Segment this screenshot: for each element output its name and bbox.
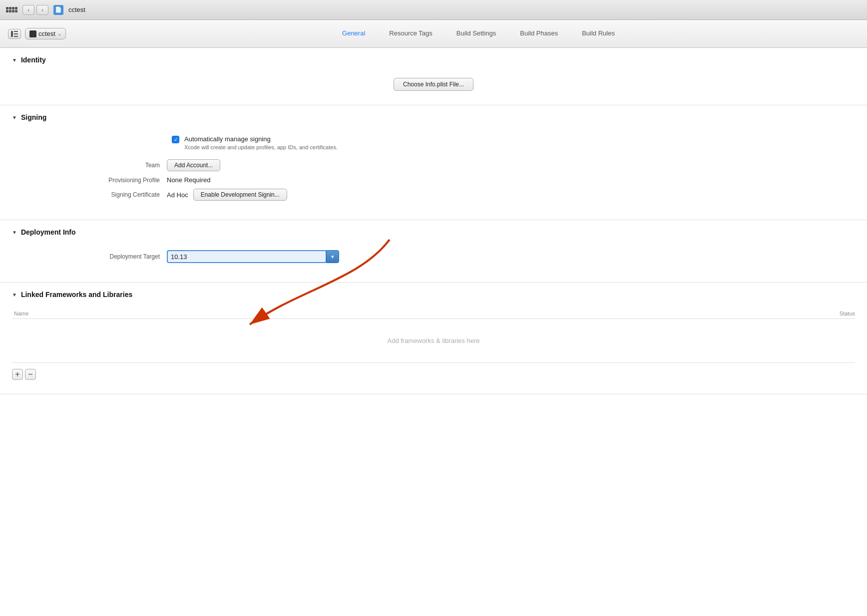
linked-frameworks-section-header: ▼ Linked Frameworks and Libraries: [0, 283, 867, 305]
toolbar: cctest ⌄ General Resource Tags Build Set…: [0, 20, 867, 48]
frameworks-divider: [12, 362, 855, 363]
project-name: cctest: [68, 6, 85, 13]
provisioning-label: Provisioning Profile: [12, 177, 167, 184]
identity-section-body: Choose Info.plist File...: [0, 70, 867, 105]
nav-buttons: ‹ ›: [22, 5, 48, 15]
tab-resource-tags[interactable]: Resource Tags: [377, 25, 444, 42]
auto-manage-checkbox[interactable]: ✓: [172, 136, 179, 143]
frameworks-name-column-header: Name: [12, 310, 795, 316]
signing-section: ▼ Signing ✓ Automatically manage signing…: [0, 105, 867, 220]
deployment-target-input[interactable]: [167, 250, 327, 263]
sidebar-toggle-button[interactable]: [8, 29, 21, 39]
add-account-button[interactable]: Add Account...: [167, 159, 220, 171]
deployment-target-dropdown-button[interactable]: ▾: [326, 250, 339, 263]
signing-section-body: ✓ Automatically manage signing Xcode wil…: [0, 127, 867, 220]
svg-rect-0: [11, 31, 13, 37]
identity-collapse-triangle[interactable]: ▼: [12, 57, 17, 63]
tab-general[interactable]: General: [330, 25, 377, 42]
target-selector[interactable]: cctest ⌄: [25, 28, 66, 39]
deployment-collapse-triangle[interactable]: ▼: [12, 230, 17, 235]
signing-section-title: Signing: [21, 113, 46, 121]
deployment-section-title: Deployment Info: [21, 228, 76, 236]
remove-framework-button[interactable]: −: [25, 369, 36, 380]
auto-manage-row: ✓ Automatically manage signing Xcode wil…: [12, 135, 855, 151]
auto-manage-description: Xcode will create and update profiles, a…: [184, 144, 338, 151]
signing-cert-row: Signing Certificate Ad Hoc Enable Develo…: [12, 189, 855, 201]
linked-frameworks-section-body: Name Status Add frameworks & libraries h…: [0, 305, 867, 394]
tab-build-settings[interactable]: Build Settings: [444, 25, 508, 42]
identity-section-title: Identity: [21, 56, 46, 64]
tab-build-phases[interactable]: Build Phases: [508, 25, 570, 42]
title-bar: ‹ › 📄 cctest: [0, 0, 867, 20]
add-framework-button[interactable]: +: [12, 369, 23, 380]
signing-cert-value: Ad Hoc: [167, 191, 188, 199]
nav-back-button[interactable]: ‹: [22, 5, 34, 15]
enable-dev-signing-button[interactable]: Enable Development Signin...: [193, 189, 287, 201]
project-icon: 📄: [53, 5, 63, 15]
deployment-target-label: Deployment Target: [12, 253, 167, 260]
auto-manage-text: Automatically manage signing Xcode will …: [184, 135, 338, 151]
frameworks-empty-placeholder: Add frameworks & libraries here: [12, 321, 855, 360]
linked-frameworks-section: ▼ Linked Frameworks and Libraries Name S…: [0, 283, 867, 394]
deployment-target-row: Deployment Target ▾: [12, 250, 855, 263]
grid-icon[interactable]: [6, 7, 17, 12]
choose-plist-button[interactable]: Choose Info.plist File...: [394, 78, 473, 91]
team-row: Team Add Account...: [12, 159, 855, 171]
linked-frameworks-section-title: Linked Frameworks and Libraries: [21, 291, 132, 299]
main-content: ▼ Identity Choose Info.plist File... ▼ S…: [0, 48, 867, 616]
identity-section: ▼ Identity Choose Info.plist File...: [0, 48, 867, 105]
svg-rect-2: [14, 33, 18, 34]
team-label: Team: [12, 162, 167, 169]
chevron-icon: ⌄: [57, 31, 61, 36]
signing-collapse-triangle[interactable]: ▼: [12, 115, 17, 120]
identity-section-header: ▼ Identity: [0, 48, 867, 70]
toolbar-left: cctest ⌄: [8, 28, 98, 39]
nav-forward-button[interactable]: ›: [36, 5, 48, 15]
tab-build-rules[interactable]: Build Rules: [570, 25, 627, 42]
provisioning-row: Provisioning Profile None Required: [12, 176, 855, 184]
provisioning-value: None Required: [167, 176, 210, 184]
linked-frameworks-collapse-triangle[interactable]: ▼: [12, 292, 17, 298]
signing-section-header: ▼ Signing: [0, 105, 867, 127]
target-icon: [29, 30, 36, 37]
frameworks-table-header: Name Status: [12, 308, 855, 319]
deployment-section-body: Deployment Target ▾: [0, 242, 867, 282]
deployment-info-section: ▼ Deployment Info Deployment Target ▾: [0, 220, 867, 283]
frameworks-status-column-header: Status: [795, 310, 855, 316]
frameworks-actions: + −: [12, 367, 855, 382]
deployment-target-select-wrapper: ▾: [167, 250, 339, 263]
signing-cert-label: Signing Certificate: [12, 191, 167, 198]
tabs-container: General Resource Tags Build Settings Bui…: [98, 25, 859, 42]
target-name: cctest: [38, 30, 55, 37]
auto-manage-label: Automatically manage signing: [184, 135, 338, 143]
svg-rect-1: [14, 31, 18, 32]
deployment-section-header: ▼ Deployment Info: [0, 220, 867, 242]
svg-rect-3: [14, 36, 18, 37]
